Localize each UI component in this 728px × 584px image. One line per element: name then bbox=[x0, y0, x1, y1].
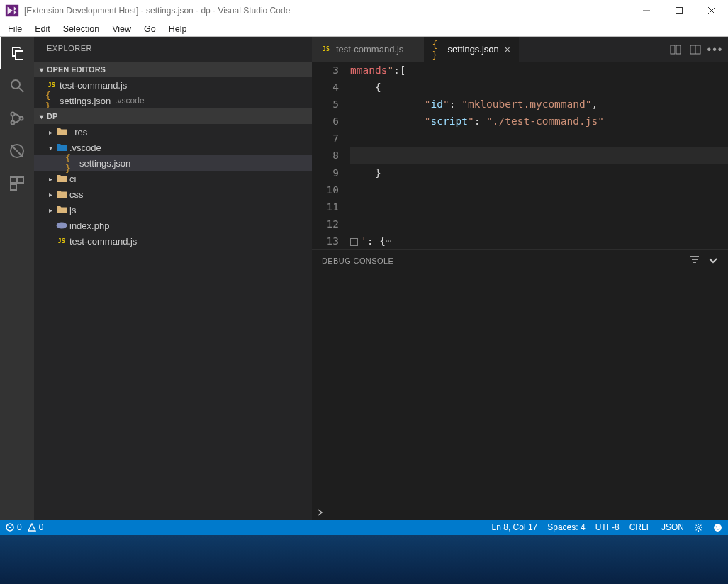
activity-scm-icon[interactable] bbox=[0, 102, 34, 135]
open-editors-header[interactable]: ▾ OPEN EDITORS bbox=[34, 62, 312, 77]
workspace-header[interactable]: ▾ DP bbox=[34, 108, 312, 124]
chevron-down-icon: ▾ bbox=[45, 144, 55, 152]
js-file-icon: JS bbox=[45, 82, 58, 89]
folder-icon bbox=[55, 128, 68, 136]
menu-edit[interactable]: Edit bbox=[28, 23, 57, 35]
open-editors-list: JStest-command.js{ }settings.json.vscode bbox=[34, 77, 312, 108]
svg-point-16 bbox=[716, 526, 717, 527]
chevron-down-icon: ▾ bbox=[37, 66, 45, 74]
code-editor[interactable]: 345678910111213 mmands":[ { "id": "mklou… bbox=[312, 62, 728, 249]
tree-file[interactable]: JStest-command.js bbox=[34, 233, 312, 249]
activity-search-icon[interactable] bbox=[0, 69, 34, 102]
statusbar: 0 0 Ln 8, Col 17 Spaces: 4 UTF-8 CRLF JS… bbox=[0, 520, 728, 535]
menu-view[interactable]: View bbox=[106, 23, 138, 35]
activitybar bbox=[0, 37, 34, 520]
tree-label: js bbox=[69, 205, 76, 215]
svg-point-15 bbox=[714, 524, 722, 532]
sidebar-explorer: EXPLORER ▾ OPEN EDITORS JStest-command.j… bbox=[34, 37, 312, 520]
editor-tab[interactable]: JStest-command.js× bbox=[312, 37, 424, 62]
open-editor-item[interactable]: JStest-command.js bbox=[34, 77, 312, 93]
svg-point-2 bbox=[11, 113, 15, 116]
desktop-background bbox=[0, 535, 728, 584]
editor-area: JStest-command.js×{ }settings.json×••• 3… bbox=[312, 37, 728, 520]
tree-label: _res bbox=[69, 127, 87, 137]
status-errors[interactable]: 0 bbox=[6, 522, 22, 532]
status-warnings[interactable]: 0 bbox=[28, 522, 44, 532]
status-encoding[interactable]: UTF-8 bbox=[595, 522, 620, 532]
tab-close-icon[interactable]: × bbox=[505, 44, 510, 55]
editor-tabbar: JStest-command.js×{ }settings.json×••• bbox=[312, 37, 728, 62]
window-minimize-button[interactable] bbox=[630, 0, 663, 21]
code-lines[interactable]: mmands":[ { "id": "mkloubert.mycommand",… bbox=[350, 62, 728, 249]
js-file-icon: JS bbox=[320, 46, 332, 52]
menubar: FileEditSelectionViewGoHelp bbox=[0, 21, 728, 37]
chevron-down-icon: ▾ bbox=[37, 113, 45, 120]
svg-point-4 bbox=[20, 117, 23, 120]
panel-breadcrumb[interactable] bbox=[312, 505, 728, 520]
tree-file[interactable]: index.php bbox=[34, 218, 312, 233]
window-title: [Extension Development Host] - settings.… bbox=[24, 6, 630, 16]
chevron-right-icon: ▸ bbox=[45, 206, 55, 214]
status-errors-count: 0 bbox=[17, 522, 22, 532]
tree-file[interactable]: { }settings.json bbox=[34, 155, 312, 171]
tree-label: .vscode bbox=[69, 142, 101, 153]
tab-actions: ••• bbox=[670, 37, 728, 62]
svg-point-9 bbox=[57, 223, 67, 229]
tree-folder[interactable]: ▸css bbox=[34, 186, 312, 202]
open-editor-item[interactable]: { }settings.json.vscode bbox=[34, 93, 312, 108]
compare-changes-icon[interactable] bbox=[670, 44, 681, 55]
status-feedback-icon[interactable] bbox=[713, 523, 722, 532]
open-editors-label: OPEN EDITORS bbox=[47, 65, 106, 74]
status-eol[interactable]: CRLF bbox=[629, 522, 651, 532]
split-editor-icon[interactable] bbox=[690, 44, 701, 55]
chevron-right-icon: ▸ bbox=[45, 128, 55, 136]
panel-filter-icon[interactable] bbox=[690, 255, 700, 266]
vscode-logo-icon bbox=[4, 3, 20, 18]
tree-label: index.php bbox=[69, 220, 109, 231]
tree-label: test-command.js bbox=[69, 236, 137, 247]
svg-point-3 bbox=[11, 121, 15, 125]
activity-debug-icon[interactable] bbox=[0, 135, 34, 167]
status-settings-icon[interactable] bbox=[694, 523, 703, 532]
svg-point-1 bbox=[11, 80, 20, 89]
menu-selection[interactable]: Selection bbox=[57, 23, 106, 35]
json-file-icon: { } bbox=[65, 152, 78, 174]
panel-collapse-icon[interactable] bbox=[708, 255, 718, 266]
tree-folder[interactable]: ▸js bbox=[34, 202, 312, 218]
status-language[interactable]: JSON bbox=[661, 522, 684, 532]
tree-label: settings.json bbox=[79, 158, 130, 169]
window-close-button[interactable] bbox=[695, 0, 728, 21]
file-label: settings.json bbox=[60, 96, 111, 106]
file-label: test-command.js bbox=[60, 80, 127, 91]
tree-label: css bbox=[69, 189, 84, 200]
panel-title[interactable]: DEBUG CONSOLE bbox=[322, 257, 393, 265]
svg-rect-10 bbox=[671, 45, 675, 54]
folder-icon bbox=[55, 190, 68, 198]
window-maximize-button[interactable] bbox=[663, 0, 695, 21]
svg-rect-7 bbox=[18, 177, 23, 183]
tree-folder[interactable]: ▸ci bbox=[34, 171, 312, 186]
tab-label: settings.json bbox=[448, 44, 499, 55]
status-lncol[interactable]: Ln 8, Col 17 bbox=[492, 522, 538, 532]
menu-help[interactable]: Help bbox=[162, 23, 194, 35]
status-spaces[interactable]: Spaces: 4 bbox=[547, 522, 585, 532]
folder-icon bbox=[55, 174, 68, 183]
menu-file[interactable]: File bbox=[1, 23, 28, 35]
svg-rect-8 bbox=[11, 184, 16, 190]
js-file-icon: JS bbox=[55, 238, 68, 245]
svg-rect-6 bbox=[11, 177, 16, 183]
php-file-icon bbox=[55, 222, 68, 229]
menu-go[interactable]: Go bbox=[138, 23, 162, 35]
tree-label: ci bbox=[69, 174, 76, 184]
chevron-right-icon: ▸ bbox=[45, 175, 55, 183]
tree-folder[interactable]: ▸_res bbox=[34, 124, 312, 140]
activity-explorer-icon[interactable] bbox=[0, 37, 34, 69]
file-detail: .vscode bbox=[115, 96, 144, 106]
debug-console-panel: DEBUG CONSOLE bbox=[312, 249, 728, 505]
line-number-gutter: 345678910111213 bbox=[312, 62, 350, 249]
more-actions-icon[interactable]: ••• bbox=[710, 44, 721, 55]
activity-extensions-icon[interactable] bbox=[0, 167, 34, 200]
svg-rect-11 bbox=[676, 45, 681, 54]
editor-tab[interactable]: { }settings.json× bbox=[424, 37, 519, 62]
svg-rect-0 bbox=[676, 8, 683, 14]
